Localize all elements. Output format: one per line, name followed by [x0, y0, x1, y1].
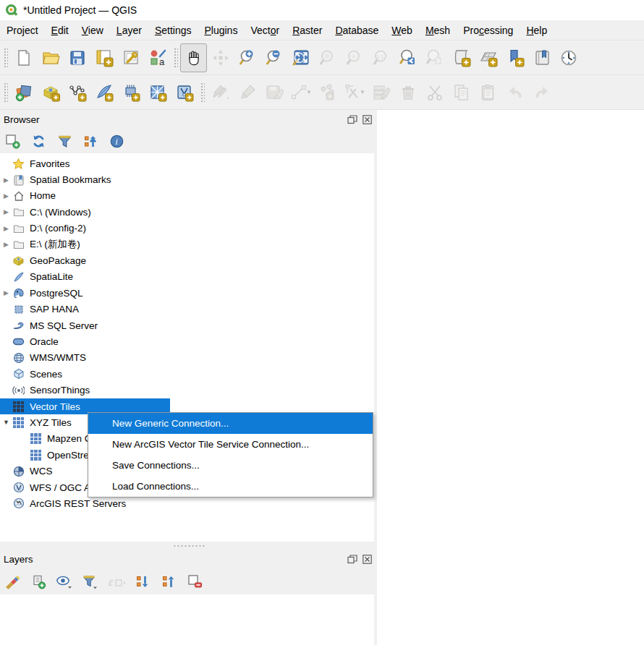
properties-widget-button[interactable]: i	[108, 132, 125, 150]
open-layer-styling-button[interactable]	[4, 573, 21, 590]
undo-button[interactable]	[501, 78, 528, 107]
map-canvas[interactable]	[377, 110, 644, 645]
toggle-editing-button[interactable]	[234, 78, 260, 107]
expand-icon[interactable]	[0, 192, 12, 200]
toolbar-grip[interactable]	[3, 82, 8, 103]
tree-item-d-drive[interactable]: D:\ (config-2)	[0, 221, 374, 236]
panel-splitter[interactable]	[0, 542, 377, 550]
expand-icon[interactable]	[0, 208, 12, 215]
menu-processing[interactable]: Processing	[457, 22, 520, 39]
menu-item-load-connections[interactable]: Load Connections...	[88, 476, 373, 497]
expand-icon[interactable]	[0, 241, 12, 248]
collapse-icon[interactable]	[0, 419, 12, 426]
menu-database[interactable]: Database	[329, 22, 385, 39]
menu-web[interactable]: Web	[385, 22, 419, 39]
close-panel-button[interactable]	[362, 554, 373, 564]
toolbar-grip[interactable]	[200, 82, 205, 103]
float-panel-button[interactable]	[347, 114, 357, 124]
menu-help[interactable]: Help	[520, 22, 554, 39]
new-print-layout-button[interactable]	[90, 43, 117, 72]
new-geopackage-layer-button[interactable]	[37, 78, 64, 107]
toolbar-grip[interactable]	[3, 47, 8, 69]
modify-attributes-button[interactable]	[368, 78, 394, 107]
tree-item-postgresql[interactable]: PostgreSQL	[0, 285, 374, 301]
digitize-with-segment-button[interactable]: ▼	[287, 78, 314, 107]
tree-item-spatialite[interactable]: SpatiaLite	[0, 269, 374, 285]
add-group-button[interactable]	[30, 573, 47, 590]
zoom-last-button[interactable]	[394, 43, 421, 72]
add-record-button[interactable]	[314, 78, 341, 107]
menu-mesh[interactable]: Mesh	[419, 22, 457, 39]
zoom-out-button[interactable]	[260, 43, 287, 72]
zoom-full-extent-button[interactable]	[287, 43, 314, 72]
zoom-native-button[interactable]: 1:1	[368, 43, 394, 72]
layers-list[interactable]	[0, 594, 374, 645]
expand-all-button[interactable]	[134, 573, 151, 590]
tree-item-ms-sql-server[interactable]: MS SQL Server	[0, 317, 374, 333]
pan-map-button[interactable]	[180, 43, 207, 72]
tree-item-oracle[interactable]: Oracle	[0, 333, 374, 349]
filter-by-expression-button[interactable]: ε	[108, 573, 125, 590]
zoom-to-selection-button[interactable]	[314, 43, 341, 72]
new-spatialite-layer-button[interactable]	[90, 78, 117, 107]
tree-item-e-drive[interactable]: E:\ (新加卷)	[0, 236, 374, 252]
cut-features-button[interactable]	[421, 78, 448, 107]
open-data-source-manager-button[interactable]	[10, 78, 37, 107]
filter-browser-button[interactable]	[56, 132, 73, 150]
new-map-view-button[interactable]	[448, 43, 475, 72]
show-layout-manager-button[interactable]	[117, 43, 144, 72]
new-virtual-layer-button[interactable]	[171, 78, 198, 107]
menu-item-save-connections[interactable]: Save Connections...	[88, 455, 373, 476]
close-panel-button[interactable]	[362, 114, 373, 124]
menu-view[interactable]: View	[75, 22, 110, 39]
menu-layer[interactable]: Layer	[110, 22, 148, 39]
filter-legend-button[interactable]	[82, 573, 99, 590]
add-selected-layers-button[interactable]	[4, 132, 21, 150]
float-panel-button[interactable]	[347, 554, 357, 564]
zoom-next-button[interactable]	[421, 43, 448, 72]
new-project-button[interactable]	[10, 43, 37, 72]
new-temporary-scratch-layer-button[interactable]	[117, 78, 144, 107]
collapse-all-button[interactable]	[160, 573, 177, 590]
menu-edit[interactable]: Edit	[45, 22, 75, 39]
expand-icon[interactable]	[0, 289, 12, 296]
save-project-button[interactable]	[64, 43, 90, 72]
tree-item-c-drive[interactable]: C:\ (Windows)	[0, 204, 374, 220]
vertex-tool-button[interactable]: ▼	[341, 78, 368, 107]
menu-settings[interactable]: Settings	[148, 22, 198, 39]
open-project-button[interactable]	[37, 43, 64, 72]
pan-to-selection-button[interactable]	[207, 43, 234, 72]
new-shapefile-layer-button[interactable]	[64, 78, 90, 107]
collapse-all-button[interactable]	[82, 132, 99, 150]
menu-item-new-generic-connection[interactable]: New Generic Connection...	[88, 413, 373, 434]
menu-item-new-arcgis-vector-tile-connection[interactable]: New ArcGIS Vector Tile Service Connectio…	[88, 434, 373, 455]
temporal-controller-button[interactable]	[555, 43, 582, 72]
style-manager-button[interactable]: a	[144, 43, 171, 72]
new-spatial-bookmark-button[interactable]	[501, 43, 528, 72]
expand-icon[interactable]	[0, 176, 12, 184]
expand-icon[interactable]	[0, 225, 12, 232]
copy-features-button[interactable]	[448, 78, 475, 107]
toolbar-grip[interactable]	[173, 47, 178, 69]
current-edits-button[interactable]	[207, 78, 234, 107]
menu-plugins[interactable]: Plugins	[198, 22, 244, 39]
redo-button[interactable]	[528, 78, 555, 107]
menu-vector[interactable]: Vector	[244, 22, 286, 39]
delete-selected-button[interactable]	[394, 78, 421, 107]
save-layer-edits-button[interactable]	[260, 78, 287, 107]
paste-features-button[interactable]	[475, 78, 501, 107]
menu-raster[interactable]: Raster	[286, 22, 329, 39]
menu-project[interactable]: Project	[0, 22, 45, 39]
tree-item-sensorthings[interactable]: SensorThings	[0, 382, 374, 398]
show-spatial-bookmarks-button[interactable]	[528, 43, 555, 72]
zoom-in-button[interactable]	[234, 43, 260, 72]
tree-item-geopackage[interactable]: GeoPackage	[0, 252, 374, 268]
zoom-to-layer-button[interactable]	[341, 43, 368, 72]
tree-item-favorites[interactable]: Favorites	[0, 155, 374, 171]
manage-map-themes-button[interactable]	[56, 573, 73, 590]
tree-item-spatial-bookmarks[interactable]: Spatial Bookmarks	[0, 171, 374, 187]
tree-item-sap-hana[interactable]: SAP HANA	[0, 302, 374, 317]
tree-item-home[interactable]: Home	[0, 188, 374, 204]
new-3d-map-view-button[interactable]	[475, 43, 501, 72]
new-mesh-layer-button[interactable]	[144, 78, 171, 107]
